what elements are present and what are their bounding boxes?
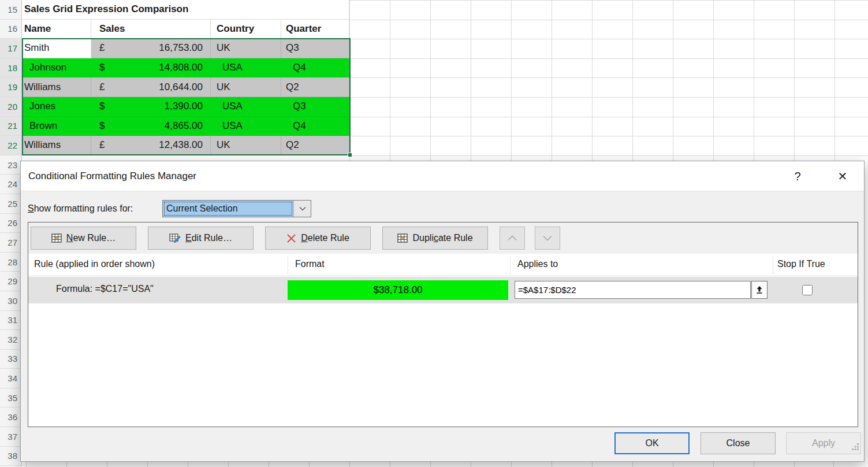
duplicate-rule-label: Duplicate Rule (412, 233, 472, 243)
currency-symbol: $ (99, 101, 105, 112)
edit-rule-button[interactable]: Edit Rule… (148, 227, 254, 250)
table-row: Jones $1,390.00 USA Q3 (22, 97, 349, 117)
cell-quarter[interactable]: Q4 (281, 58, 349, 78)
dropdown-selected-value: Current Selection (163, 201, 293, 217)
cell-quarter[interactable]: Q2 (281, 136, 349, 155)
cell-quarter[interactable]: Q4 (281, 117, 349, 136)
header-cell-country[interactable]: Country (211, 20, 281, 39)
cell-sales[interactable]: £10,644.00 (91, 77, 211, 97)
sheet-title-cell[interactable]: Sales Grid Expression Comparison (22, 0, 349, 20)
new-rule-button[interactable]: New Rule… (31, 227, 136, 250)
row-header-column: 1516171819202122232425262728293031323334… (0, 0, 22, 467)
row-header-30[interactable]: 30 (0, 291, 22, 311)
range-picker-button[interactable] (751, 281, 768, 299)
close-icon: ✕ (838, 169, 848, 183)
row-header-18[interactable]: 18 (0, 58, 22, 78)
cell-country[interactable]: USA (211, 117, 281, 136)
currency-symbol: £ (99, 42, 105, 54)
row-header-21[interactable]: 21 (0, 117, 22, 136)
amount: 12,438.00 (159, 139, 203, 151)
column-divider (288, 256, 288, 274)
duplicate-rule-button[interactable]: Duplicate Rule (382, 227, 488, 250)
stop-if-true-checkbox[interactable] (802, 285, 813, 295)
row-header-15[interactable]: 15 (0, 0, 22, 20)
row-header-32[interactable]: 32 (0, 330, 22, 350)
amount: 1,390.00 (165, 101, 203, 112)
rules-list-header: Rule (applied in order shown) Format App… (28, 254, 858, 276)
cell-sales[interactable]: $1,390.00 (91, 97, 211, 117)
table-row: Williams £10,644.00 UK Q2 (22, 77, 349, 97)
cell-country[interactable]: UK (211, 39, 281, 58)
row-header-27[interactable]: 27 (0, 233, 22, 253)
row-header-25[interactable]: 25 (0, 194, 22, 214)
cell-name[interactable]: Smith (22, 39, 91, 58)
row-header-26[interactable]: 26 (0, 214, 22, 233)
row-header-28[interactable]: 28 (0, 253, 22, 272)
cell-country[interactable]: USA (211, 97, 281, 117)
close-button[interactable]: ✕ (829, 161, 856, 191)
empty-grid-cells-bottom[interactable] (20, 462, 868, 467)
row-header-33[interactable]: 33 (0, 350, 22, 369)
resize-grip[interactable] (851, 442, 859, 450)
apply-button[interactable]: Apply (786, 432, 861, 454)
table-header-row: Name Sales Country Quarter (22, 20, 349, 39)
row-header-34[interactable]: 34 (0, 369, 22, 388)
row-header-24[interactable]: 24 (0, 175, 22, 194)
row-header-19[interactable]: 19 (0, 77, 22, 97)
cell-name[interactable]: Johnson (22, 58, 91, 78)
close-dialog-button[interactable]: Close (701, 432, 776, 454)
ok-button[interactable]: OK (614, 432, 690, 454)
row-header-31[interactable]: 31 (0, 311, 22, 331)
row-header-17[interactable]: 17 (0, 39, 22, 58)
row-header-16[interactable]: 16 (0, 20, 22, 39)
cell-sales[interactable]: $14,808.00 (91, 58, 211, 78)
dialog-title: Conditional Formatting Rules Manager (28, 171, 196, 182)
row-header-23[interactable]: 23 (0, 155, 22, 175)
chevron-up-icon (507, 235, 517, 241)
currency-symbol: £ (99, 139, 105, 151)
help-button[interactable]: ? (784, 161, 811, 191)
dropdown-button[interactable] (293, 201, 311, 217)
cell-quarter[interactable]: Q3 (281, 39, 349, 58)
empty-grid-cells[interactable] (349, 0, 868, 161)
row-header-36[interactable]: 36 (0, 407, 22, 427)
collapse-dialog-icon (755, 286, 763, 294)
applies-to-input[interactable] (515, 281, 751, 299)
cell-name[interactable]: Williams (22, 77, 91, 97)
chevron-down-icon (542, 235, 553, 241)
row-header-29[interactable]: 29 (0, 272, 22, 291)
amount: 16,753.00 (159, 42, 203, 54)
cell-name[interactable]: Brown (22, 117, 91, 136)
cell-sales[interactable]: $4,865.00 (91, 117, 211, 136)
row-header-37[interactable]: 37 (0, 427, 22, 447)
row-header-20[interactable]: 20 (0, 97, 22, 117)
cell-country[interactable]: UK (211, 136, 281, 155)
move-rule-down-button[interactable] (535, 227, 560, 250)
cell-sales[interactable]: £16,753.00 (91, 39, 211, 58)
row-header-38[interactable]: 38 (0, 447, 22, 466)
cell-country[interactable]: USA (211, 58, 281, 78)
cell-sales[interactable]: £12,438.00 (91, 136, 211, 155)
header-cell-name[interactable]: Name (22, 20, 91, 39)
cell-quarter[interactable]: Q2 (281, 77, 349, 97)
move-rule-up-button[interactable] (500, 227, 525, 250)
currency-symbol: $ (99, 120, 105, 132)
cell-quarter[interactable]: Q3 (281, 97, 349, 117)
cell-name[interactable]: Jones (22, 97, 91, 117)
sales-table: Sales Grid Expression Comparison Name Sa… (22, 0, 349, 155)
row-header-22[interactable]: 22 (0, 136, 22, 155)
cell-name[interactable]: Williams (22, 136, 91, 155)
help-icon: ? (794, 170, 800, 183)
show-rules-dropdown[interactable]: Current Selection (162, 200, 311, 217)
cell-country[interactable]: UK (211, 77, 281, 97)
new-rule-label: New Rule… (66, 233, 116, 243)
column-divider (510, 256, 511, 274)
rule-format-sample: $38,718.00 (288, 280, 508, 300)
rule-row[interactable]: Formula: =$C17="USA" $38,718.00 (28, 277, 858, 303)
header-cell-quarter[interactable]: Quarter (281, 20, 349, 39)
header-cell-sales[interactable]: Sales (91, 20, 211, 39)
dialog-titlebar[interactable]: Conditional Formatting Rules Manager (21, 161, 864, 191)
conditional-formatting-rules-manager-dialog: Conditional Formatting Rules Manager ? ✕… (20, 161, 865, 462)
delete-rule-button[interactable]: Delete Rule (265, 227, 371, 250)
row-header-35[interactable]: 35 (0, 388, 22, 408)
